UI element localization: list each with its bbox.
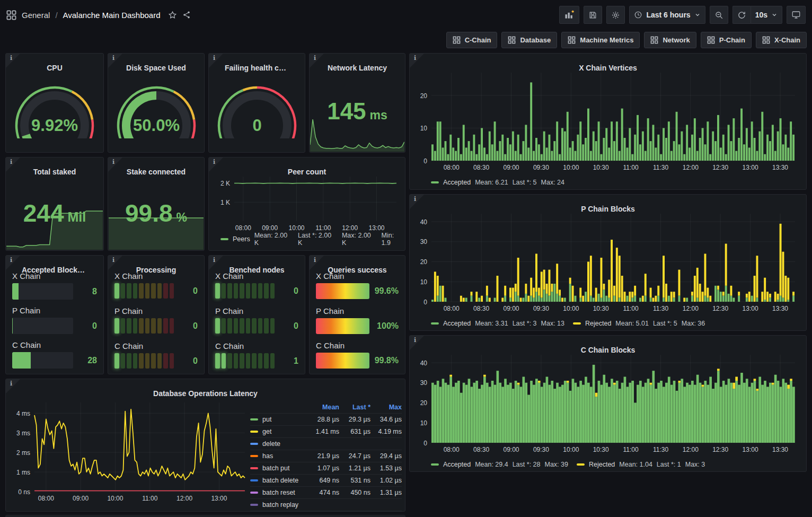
legend-series-color[interactable] — [573, 322, 581, 325]
panel-title[interactable]: X Chain Vertices — [426, 62, 790, 74]
panel-title[interactable]: Peer count — [225, 165, 389, 178]
x-chain-vertices-chart[interactable]: 08:0008:3009:0009:3010:0010:3011:0011:30… — [413, 68, 802, 173]
panel-info-corner[interactable] — [310, 256, 324, 270]
chain-label: P Chain — [12, 306, 97, 315]
panel-title[interactable]: Total staked — [22, 165, 87, 178]
series-name[interactable]: batch put — [250, 465, 308, 472]
share-icon[interactable] — [182, 11, 191, 19]
dashboard-link-database[interactable]: Database — [501, 32, 557, 48]
panel-title[interactable]: C Chain Blocks — [426, 344, 790, 356]
legend-series-color[interactable] — [431, 322, 439, 325]
cycle-view-mode-button[interactable] — [787, 6, 806, 24]
panel-info-corner[interactable] — [108, 256, 122, 270]
series-name[interactable]: batch replay — [250, 501, 308, 509]
chain-label: C Chain — [215, 341, 298, 350]
svg-text:09:00: 09:00 — [262, 224, 278, 232]
legend-series-color[interactable] — [431, 181, 439, 183]
panel-title[interactable]: CPU — [22, 62, 87, 74]
db-latency-chart[interactable]: 08:0009:0010:0011:0012:0013:000 ns1 ms2 … — [9, 394, 250, 508]
refresh-button[interactable] — [732, 6, 751, 24]
series-name[interactable]: has — [250, 452, 308, 460]
svg-text:30: 30 — [420, 238, 428, 246]
panel-info-corner[interactable] — [209, 54, 223, 68]
legend-stat: Mean: 2.00 K — [254, 232, 294, 247]
legend-item: RejectedMean: 5.01Last *: 5Max: 36 — [573, 320, 705, 327]
panel-title[interactable]: Database Operations Latency — [22, 387, 389, 400]
panel-title[interactable]: Benched nodes — [225, 264, 289, 276]
panel-info-corner[interactable] — [108, 54, 122, 68]
svg-text:08:30: 08:30 — [473, 164, 489, 171]
panel-total-staked: i Total staked 244Mil — [5, 157, 104, 251]
svg-text:08:30: 08:30 — [473, 305, 489, 312]
legend-stat: Max: 39 — [545, 461, 568, 468]
save-dashboard-button[interactable] — [584, 6, 602, 24]
legend-series-name[interactable]: Rejected — [589, 461, 615, 468]
legend-series-name[interactable]: Accepted — [443, 179, 471, 186]
legend-series-name[interactable]: Peers — [233, 235, 250, 243]
panel-title[interactable]: P Chain Blocks — [426, 203, 790, 215]
panel-accepted-blocks: i Accepted Blocks/Ve… X Chain8P Chain0C … — [5, 255, 104, 374]
svg-text:1 ms: 1 ms — [16, 469, 30, 476]
refresh-interval-picker[interactable]: 10s — [751, 6, 782, 24]
dashboard-link-network[interactable]: Network — [644, 32, 696, 48]
panel-title[interactable]: Failing health checks — [225, 62, 289, 74]
panel-info-corner[interactable] — [6, 54, 20, 68]
panel-info-corner[interactable] — [410, 336, 424, 350]
panel-info-corner[interactable] — [6, 157, 20, 172]
panel-title[interactable]: Network Latency — [325, 62, 389, 74]
dashboard-link-p-chain[interactable]: P-Chain — [701, 32, 752, 48]
dashboard-link-machine-metrics[interactable]: Machine Metrics — [561, 32, 640, 48]
series-name[interactable]: delete — [250, 440, 308, 448]
panel-info-corner[interactable] — [6, 379, 20, 393]
svg-text:11:30: 11:30 — [653, 305, 668, 312]
legend-series-color[interactable] — [431, 463, 439, 466]
table-column-header[interactable]: Last * — [339, 404, 370, 411]
panel-info-corner[interactable] — [6, 256, 20, 270]
panel-info-corner[interactable] — [108, 157, 122, 172]
time-range-picker[interactable]: Last 6 hours — [629, 6, 705, 24]
panel-title[interactable]: Stake connected — [124, 165, 188, 178]
series-name[interactable]: batch reset — [250, 489, 308, 496]
panel-info-corner[interactable] — [310, 54, 324, 68]
panel-disk-space: i Disk Space Used 50.0% — [108, 53, 205, 153]
svg-text:13:30: 13:30 — [772, 305, 788, 312]
panel-title[interactable]: Queries success — [325, 264, 389, 276]
panel-title[interactable]: Accepted Blocks/Ve… — [22, 264, 87, 276]
series-name[interactable]: get — [250, 428, 308, 435]
star-icon[interactable] — [168, 11, 177, 20]
series-name[interactable]: batch delete — [250, 477, 308, 484]
breadcrumb-dashboard-title[interactable]: Avalanche Main Dashboard — [63, 11, 161, 20]
legend-series-name[interactable]: Accepted — [443, 320, 471, 327]
panel-info-corner[interactable] — [410, 54, 424, 68]
legend-series-color[interactable] — [220, 238, 228, 240]
panel-title[interactable]: Disk Space Used — [124, 62, 188, 74]
legend-series-color[interactable] — [577, 463, 585, 466]
dashboard-link-c-chain[interactable]: C-Chain — [446, 32, 498, 48]
table-column-header[interactable]: Max — [370, 404, 402, 411]
svg-text:08:30: 08:30 — [473, 446, 489, 453]
zoom-out-time-button[interactable] — [710, 6, 728, 24]
dashboard-settings-button[interactable] — [606, 6, 625, 24]
chain-value: 99.6% — [374, 286, 399, 296]
panel-info-corner[interactable] — [410, 195, 424, 209]
series-name[interactable]: put — [250, 416, 308, 423]
panel-info-corner[interactable] — [209, 256, 223, 270]
peer-count-chart[interactable]: 08:0009:0010:0011:0012:0013:001 K2 K — [213, 172, 402, 235]
svg-text:12:00: 12:00 — [683, 164, 699, 171]
legend-series-name[interactable]: Accepted — [443, 461, 471, 468]
apps-grid-icon[interactable] — [6, 10, 16, 20]
breadcrumb-section[interactable]: General — [22, 11, 50, 20]
queries-success-bars: X Chain99.6%P Chain100%C Chain99.8% — [316, 271, 399, 369]
panel-info-corner[interactable] — [209, 157, 223, 172]
c-chain-blocks-chart[interactable]: 08:0008:3009:0009:3010:0010:3011:0011:30… — [413, 350, 802, 455]
dashboard-link-x-chain[interactable]: X-Chain — [756, 32, 807, 48]
svg-text:08:00: 08:00 — [235, 224, 251, 232]
panel-title[interactable]: Processing — [124, 264, 188, 276]
legend-series-name[interactable]: Rejected — [585, 320, 611, 327]
chain-row: C Chain0 — [114, 341, 198, 369]
table-column-header[interactable]: Mean — [308, 404, 339, 411]
svg-text:2 ms: 2 ms — [16, 449, 30, 457]
p-chain-blocks-chart[interactable]: 08:0008:3009:0009:3010:0010:3011:0011:30… — [413, 209, 802, 314]
chain-label: C Chain — [114, 341, 198, 350]
add-panel-button[interactable] — [559, 6, 579, 24]
